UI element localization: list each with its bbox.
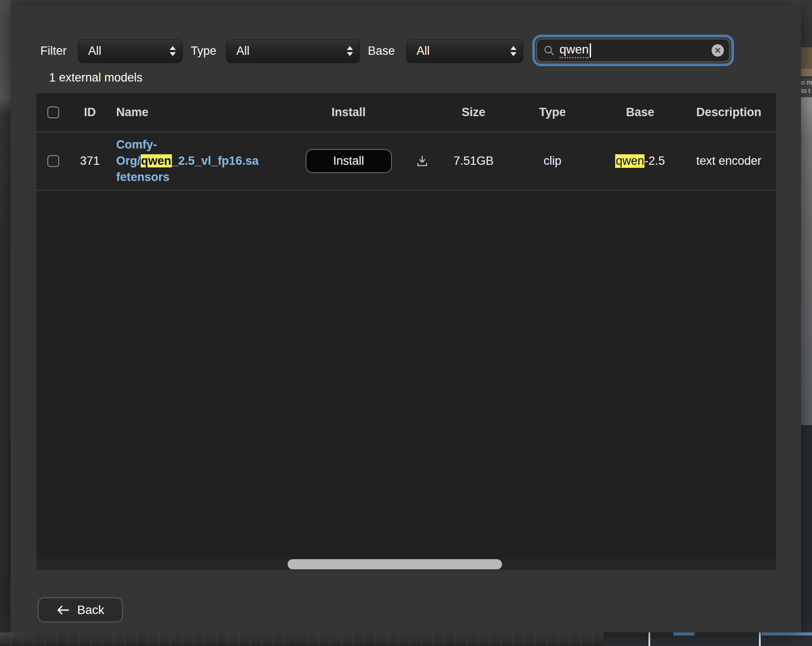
search-match-highlight: qwen xyxy=(141,154,172,167)
table-header-row: ID Name Install Size Type Base Descripti… xyxy=(36,93,776,132)
search-input[interactable]: qwen xyxy=(536,39,730,62)
filter-label: Filter xyxy=(40,39,67,63)
filter-select[interactable]: All xyxy=(78,39,182,63)
results-count: 1 external models xyxy=(49,71,142,85)
search-input-text: qwen xyxy=(559,43,589,58)
model-base: qwen-2.5 xyxy=(596,132,684,190)
model-type: clip xyxy=(509,132,596,190)
model-id: 371 xyxy=(70,132,110,190)
model-description: text encoder xyxy=(684,132,776,190)
text-caret xyxy=(590,43,591,57)
background-page-left xyxy=(0,0,11,646)
filter-select-value: All xyxy=(88,44,170,58)
base-label: Base xyxy=(368,39,395,63)
back-button[interactable]: Back xyxy=(38,597,123,622)
background-khaki-band xyxy=(801,69,812,76)
background-blue-bar xyxy=(762,632,812,635)
header-type: Type xyxy=(509,93,596,131)
chevron-updown-icon xyxy=(510,46,516,56)
download-icon[interactable] xyxy=(415,154,430,169)
header-download xyxy=(406,93,438,131)
clear-search-button[interactable] xyxy=(712,44,724,57)
type-select[interactable]: All xyxy=(226,39,360,63)
background-blue-bar xyxy=(673,632,694,635)
header-description: Description xyxy=(684,93,776,131)
type-label: Type xyxy=(191,39,217,63)
background-glow xyxy=(801,97,812,425)
model-manager-dialog: Filter All Type All Base All qwen xyxy=(11,5,801,632)
base-select-value: All xyxy=(417,44,510,58)
model-name-link[interactable]: Comfy- Org/qwen_2.5_vl_fp16.sa fetensors xyxy=(116,137,259,185)
header-name: Name xyxy=(110,93,292,131)
background-page-top xyxy=(0,0,812,5)
chevron-updown-icon xyxy=(170,46,176,56)
chevron-updown-icon xyxy=(347,46,353,56)
base-select[interactable]: All xyxy=(406,39,523,63)
back-arrow-icon xyxy=(56,604,70,616)
table-row: 371 Comfy- Org/qwen_2.5_vl_fp16.sa feten… xyxy=(36,132,776,191)
search-icon xyxy=(543,45,555,57)
back-button-label: Back xyxy=(77,603,104,617)
horizontal-scrollbar[interactable] xyxy=(36,559,776,570)
row-checkbox[interactable] xyxy=(47,155,59,167)
background-tan-band xyxy=(801,47,812,69)
background-node-edge xyxy=(759,632,761,646)
background-page-right: o m to t xyxy=(801,0,812,646)
header-base: Base xyxy=(596,93,684,131)
background-text-fragment: o m to t xyxy=(801,78,812,97)
background-dark-panel xyxy=(801,425,812,646)
background-node-edge xyxy=(648,632,650,646)
select-all-checkbox[interactable] xyxy=(47,106,59,118)
install-button[interactable]: Install xyxy=(306,149,392,173)
type-select-value: All xyxy=(236,44,347,58)
header-id: ID xyxy=(70,93,110,131)
scrollbar-thumb[interactable] xyxy=(288,559,502,569)
model-size: 7.51GB xyxy=(438,132,509,190)
header-size: Size xyxy=(438,93,509,131)
models-table: ID Name Install Size Type Base Descripti… xyxy=(36,93,776,570)
header-install: Install xyxy=(292,93,406,131)
search-match-highlight: qwen xyxy=(615,154,645,168)
search-focus-ring: qwen xyxy=(532,35,734,66)
background-canvas-strip xyxy=(0,632,812,646)
